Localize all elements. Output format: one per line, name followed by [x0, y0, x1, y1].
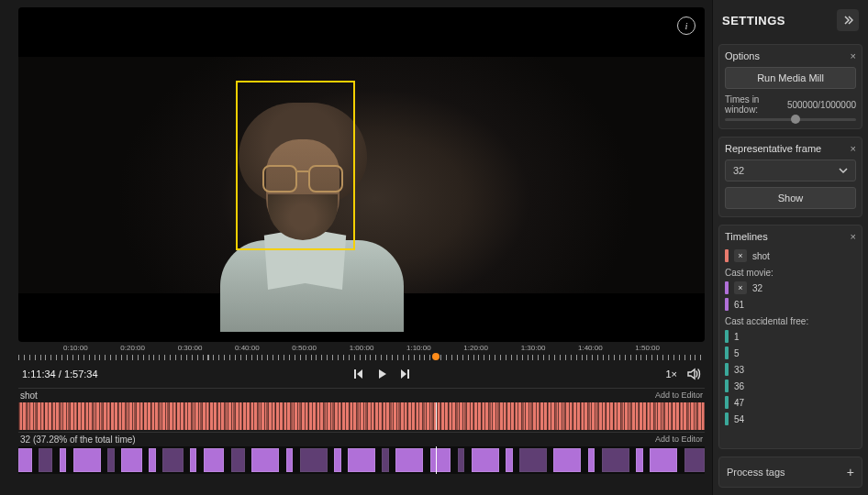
timeline-item[interactable]: 61 — [725, 296, 854, 313]
timeline-clip[interactable] — [107, 448, 114, 472]
timeline-clip[interactable] — [300, 448, 328, 472]
repframe-select[interactable]: 32 — [725, 160, 856, 182]
timeline-clip[interactable] — [39, 448, 52, 472]
color-swatch — [725, 380, 729, 392]
timeline-item-label: 54 — [734, 414, 744, 424]
timeline-clip[interactable] — [602, 448, 629, 472]
time-display: 1:11:34 / 1:57:34 — [22, 368, 98, 380]
color-swatch — [725, 363, 729, 376]
add-to-editor-link[interactable]: Add to Editor — [655, 434, 703, 445]
timeline-item-label: shot — [752, 251, 770, 261]
ruler-tick-label: 0:50:00 — [292, 344, 317, 352]
play-button[interactable] — [374, 367, 389, 381]
timeline-clip[interactable] — [472, 448, 499, 472]
timeline-clip[interactable] — [231, 448, 245, 472]
timeline-clip[interactable] — [149, 448, 155, 472]
ruler-tick-label: 0:20:00 — [120, 344, 145, 352]
close-icon[interactable]: × — [851, 50, 856, 61]
color-swatch — [725, 412, 729, 425]
ruler-tick-label: 1:30:00 — [521, 344, 546, 352]
times-in-window-label: Times in window: — [725, 94, 787, 115]
prev-frame-button[interactable] — [351, 367, 365, 381]
ruler-tick-label: 0:30:00 — [178, 344, 203, 352]
timeline-item-label: 1 — [734, 332, 740, 342]
timeline-clip[interactable] — [588, 448, 595, 472]
timeline-clip[interactable] — [506, 448, 512, 472]
timeline-clip[interactable] — [73, 448, 101, 472]
remove-timeline-icon[interactable]: × — [734, 249, 747, 262]
slider-thumb[interactable] — [791, 115, 800, 124]
ruler-tick-label: 0:10:00 — [63, 344, 88, 352]
timeline-clip[interactable] — [334, 448, 340, 472]
timeline-clip[interactable] — [553, 448, 581, 472]
chevron-down-icon — [839, 166, 848, 175]
color-swatch — [725, 346, 729, 359]
timeline-clip[interactable] — [162, 448, 183, 472]
ruler-tick-label: 1:40:00 — [578, 344, 603, 352]
timeline-item[interactable]: 36 — [725, 378, 854, 394]
timeline-clip[interactable] — [286, 448, 293, 472]
timeline-item[interactable]: 54 — [725, 411, 854, 427]
remove-timeline-icon[interactable]: × — [734, 281, 747, 294]
time-ruler[interactable]: 0:10:000:20:000:30:000:40:000:50:001:00:… — [18, 346, 705, 360]
show-button[interactable]: Show — [725, 187, 856, 209]
plus-icon[interactable]: + — [847, 465, 854, 479]
timeline-group-label: Cast movie: — [725, 264, 854, 280]
timeline-item-label: 5 — [734, 348, 740, 358]
timeline-clip[interactable] — [204, 448, 224, 472]
color-swatch — [725, 249, 729, 262]
timeline-clip[interactable] — [395, 448, 423, 472]
close-icon[interactable]: × — [851, 231, 856, 242]
settings-title: SETTINGS — [722, 14, 785, 28]
timeline-clip[interactable] — [348, 448, 375, 472]
timeline-item[interactable]: ×32 — [725, 280, 854, 296]
track-label: shot — [20, 390, 38, 401]
timeline-clip[interactable] — [251, 448, 279, 472]
timeline-clip[interactable] — [684, 448, 705, 472]
timeline-item[interactable]: 5 — [725, 345, 854, 361]
ruler-tick-label: 1:10:00 — [406, 344, 431, 352]
settings-sidebar: SETTINGS Options × Run Media Mill Times … — [712, 0, 868, 495]
timeline-item[interactable]: 47 — [725, 394, 854, 411]
timeline-clip[interactable] — [121, 448, 141, 472]
repframe-value: 32 — [733, 165, 744, 176]
next-frame-button[interactable] — [398, 367, 413, 381]
timeline-clip[interactable] — [650, 448, 677, 472]
timeline-clip[interactable] — [636, 448, 642, 472]
timeline-clip[interactable] — [190, 448, 196, 472]
ruler-tick-label: 1:50:00 — [635, 344, 660, 352]
timeline-clip[interactable] — [430, 448, 451, 472]
timeline-clip[interactable] — [60, 448, 66, 472]
timeline-clip[interactable] — [458, 448, 464, 472]
run-media-mill-button[interactable]: Run Media Mill — [725, 67, 856, 89]
add-to-editor-link[interactable]: Add to Editor — [655, 390, 703, 401]
video-viewport[interactable]: i — [18, 7, 705, 342]
timeline-item[interactable]: 1 — [725, 328, 854, 345]
times-slider[interactable] — [725, 118, 856, 121]
panel-title-text: Representative frame — [725, 143, 821, 154]
info-icon[interactable]: i — [677, 16, 696, 35]
options-panel: Options × Run Media Mill Times in window… — [718, 44, 862, 129]
close-icon[interactable]: × — [851, 143, 856, 154]
collapse-sidebar-button[interactable] — [837, 9, 859, 31]
track-shot: shot Add to Editor — [18, 388, 705, 430]
timeline-item[interactable]: ×shot — [725, 248, 854, 264]
timeline-clip[interactable] — [519, 448, 547, 472]
color-swatch — [725, 330, 729, 343]
playhead-indicator[interactable] — [432, 353, 440, 360]
ruler-tick-label: 0:40:00 — [235, 344, 260, 352]
timeline-item-label: 47 — [734, 398, 744, 408]
timeline-item[interactable]: 33 — [725, 361, 854, 378]
timeline-clip[interactable] — [18, 448, 32, 472]
playback-speed[interactable]: 1× — [665, 368, 677, 380]
volume-icon[interactable] — [686, 367, 701, 381]
timeline-item-label: 32 — [752, 283, 762, 293]
timelines-panel: Timelines × ×shotCast movie:×3261Cast ac… — [718, 225, 862, 449]
times-in-window-value: 500000/1000000 — [787, 100, 856, 110]
process-tags-panel[interactable]: Process tags + — [718, 456, 862, 488]
timeline-clip[interactable] — [382, 448, 388, 472]
track-32-body[interactable] — [18, 446, 705, 474]
process-tags-label: Process tags — [727, 467, 785, 478]
color-swatch — [725, 281, 729, 294]
track-shot-body[interactable] — [18, 402, 705, 430]
